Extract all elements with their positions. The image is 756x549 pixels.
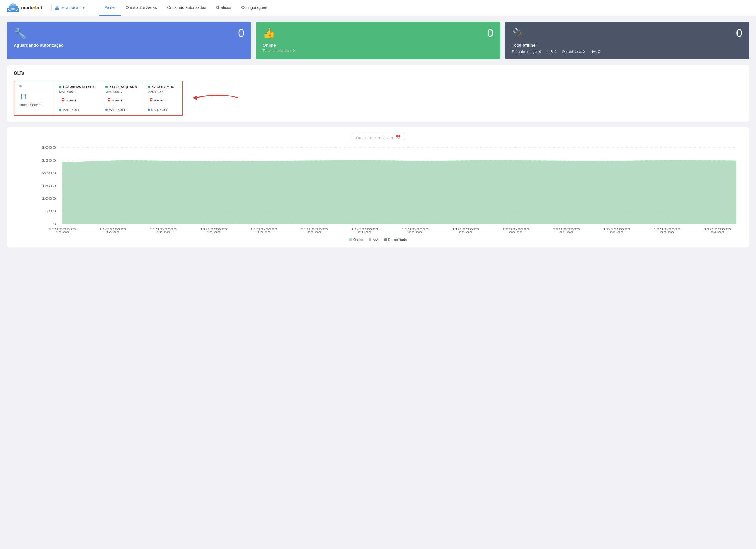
svg-text:02:00: 02:00: [610, 231, 623, 234]
nav-onus-nao-autorizadas[interactable]: Onus não autorizadas: [162, 0, 211, 16]
owner-dot-piraquara: [105, 109, 108, 111]
legend-disabled-label: Desabilitada: [388, 238, 407, 242]
main-content: 🔧 0 Aguardando autorização 👍 0 Online To…: [0, 16, 756, 259]
svg-text:01:00: 01:00: [559, 231, 573, 234]
olts-panel: OLTs 🖥 Todos modelos BOCAIUVA DO SUL: [7, 65, 749, 122]
olt-model-colombo: MA5800X7: [148, 90, 177, 94]
svg-text:2000: 2000: [41, 171, 56, 175]
svg-text:00:00: 00:00: [509, 231, 523, 234]
nav-painel[interactable]: Painel: [99, 0, 121, 16]
svg-rect-6: [57, 6, 58, 7]
olt-status-dot-bocaiuva: [59, 86, 61, 88]
offline-meta: Falha de energia: 0 LoS: 0 Desabilitada:…: [512, 50, 742, 54]
nav-graficos[interactable]: Gráficos: [211, 0, 236, 16]
olt-owner-piraquara: MADE4OLT: [105, 108, 137, 112]
legend-disabled: Desabilitada: [384, 238, 407, 242]
svg-text:500: 500: [45, 209, 56, 213]
olt-model-bocaiuva: MA5800X15: [59, 90, 95, 94]
svg-text:HUAWEI: HUAWEI: [112, 99, 122, 102]
svg-text:11/12/2023: 11/12/2023: [452, 228, 479, 231]
svg-marker-40: [62, 160, 736, 224]
logo-made: made: [21, 5, 34, 11]
svg-text:11/12/2023: 11/12/2023: [401, 228, 429, 231]
olt-name-bocaiuva: BOCAIUVA DO SUL: [59, 85, 95, 89]
end-time-placeholder: end_time: [378, 135, 393, 139]
svg-text:2500: 2500: [41, 158, 56, 162]
time-filter: start_time ~ end_time 📅: [14, 133, 742, 141]
logo: made4olt: [7, 3, 42, 13]
svg-text:1500: 1500: [41, 184, 56, 188]
online-number: 0: [487, 27, 493, 40]
olt-name-piraquara: X17 PIRAQUARA: [105, 85, 137, 89]
huawei-logo-colombo: HUAWEI: [148, 96, 168, 104]
svg-marker-25: [193, 96, 197, 100]
svg-point-17: [108, 99, 110, 100]
arrow-annotation: [190, 89, 241, 107]
svg-rect-3: [12, 3, 14, 5]
svg-text:17:00: 17:00: [156, 231, 170, 234]
all-models-dot: [19, 85, 22, 87]
offline-power: Falha de energia: 0: [512, 50, 541, 54]
legend-online: Online: [349, 238, 363, 242]
svg-text:15:00: 15:00: [55, 231, 69, 234]
logo-olt-text: olt: [36, 5, 42, 11]
olt-card-colombo[interactable]: X7 COLOMBO MA5800X7 HUAWEI: [142, 81, 182, 115]
svg-text:11/12/2023: 11/12/2023: [149, 228, 177, 231]
svg-text:12/12/2023: 12/12/2023: [502, 228, 530, 231]
svg-text:12/12/2023: 12/12/2023: [704, 228, 731, 231]
olt-model-piraquara: MA5800X17: [105, 90, 137, 94]
logo-text: made4olt: [21, 5, 42, 11]
olt-status-dot-piraquara: [105, 86, 108, 88]
svg-point-11: [62, 99, 64, 100]
svg-text:16:00: 16:00: [106, 231, 119, 234]
main-nav: Painel Onus autorizadas Onus não autoriz…: [99, 0, 272, 16]
offline-los: LoS: 0: [547, 50, 557, 54]
nav-onus-autorizadas[interactable]: Onus autorizadas: [121, 0, 162, 16]
offline-number: 0: [736, 27, 742, 40]
calendar-icon: 📅: [396, 135, 401, 139]
chart-panel: start_time ~ end_time 📅 3000 2500 2000: [7, 127, 749, 247]
waiting-number: 0: [238, 27, 244, 40]
org-selector[interactable]: MADE4OLT ▾: [51, 4, 88, 12]
svg-text:11/12/2023: 11/12/2023: [351, 228, 378, 231]
svg-text:1000: 1000: [41, 197, 56, 200]
svg-text:21:00: 21:00: [358, 231, 371, 234]
svg-text:0: 0: [52, 222, 56, 226]
olt-card-piraquara[interactable]: X17 PIRAQUARA MA5800X17 HU: [100, 81, 142, 115]
olt-brand-colombo: HUAWEI: [148, 96, 177, 105]
olt-name-colombo: X7 COLOMBO: [148, 85, 177, 89]
olt-grid: 🖥 Todos modelos BOCAIUVA DO SUL MA5800X1…: [14, 81, 183, 116]
header: made4olt MADE4OLT ▾ Painel Onus autoriza…: [0, 0, 756, 16]
legend-online-dot: [349, 238, 352, 241]
svg-text:20:00: 20:00: [307, 231, 321, 234]
org-chevron: ▾: [83, 6, 85, 10]
olts-title: OLTs: [14, 71, 742, 76]
online-sub: Total autorizadas: 0: [263, 49, 493, 53]
olt-owner-colombo: MADE4OLT: [148, 108, 177, 112]
svg-text:11/12/2023: 11/12/2023: [301, 228, 328, 231]
svg-text:23:00: 23:00: [458, 231, 472, 234]
org-icon: [55, 5, 60, 11]
svg-text:03:00: 03:00: [660, 231, 674, 234]
owner-dot-bocaiuva: [59, 109, 61, 111]
svg-text:11/12/2023: 11/12/2023: [250, 228, 278, 231]
time-filter-input[interactable]: start_time ~ end_time 📅: [352, 133, 404, 141]
svg-text:11/12/2023: 11/12/2023: [99, 228, 126, 231]
offline-na: N/A: 0: [590, 50, 600, 54]
waiting-card: 🔧 0 Aguardando autorização: [7, 22, 251, 59]
olt-status-dot-colombo: [148, 86, 150, 88]
offline-disabled: Desabilitada: 0: [562, 50, 585, 54]
huawei-logo-piraquara: HUAWEI: [105, 96, 125, 104]
olt-all-models[interactable]: 🖥 Todos modelos: [14, 81, 54, 115]
legend-online-label: Online: [353, 238, 363, 242]
chart-legend: Online N/A Desabilitada: [14, 238, 742, 242]
logo-icon: [7, 3, 19, 13]
nav-configuracoes[interactable]: Configurações: [236, 0, 272, 16]
all-models-label: Todos modelos: [19, 103, 42, 107]
svg-text:04:00: 04:00: [710, 231, 724, 234]
svg-text:22:00: 22:00: [408, 231, 422, 234]
huawei-logo-bocaiuva: HUAWEI: [59, 96, 79, 104]
tilde-separator: ~: [374, 135, 376, 139]
main-chart-svg: 3000 2500 2000 1500 1000 500 0 11/12/202…: [14, 145, 742, 236]
olt-card-bocaiuva[interactable]: BOCAIUVA DO SUL MA5800X15: [54, 81, 100, 115]
